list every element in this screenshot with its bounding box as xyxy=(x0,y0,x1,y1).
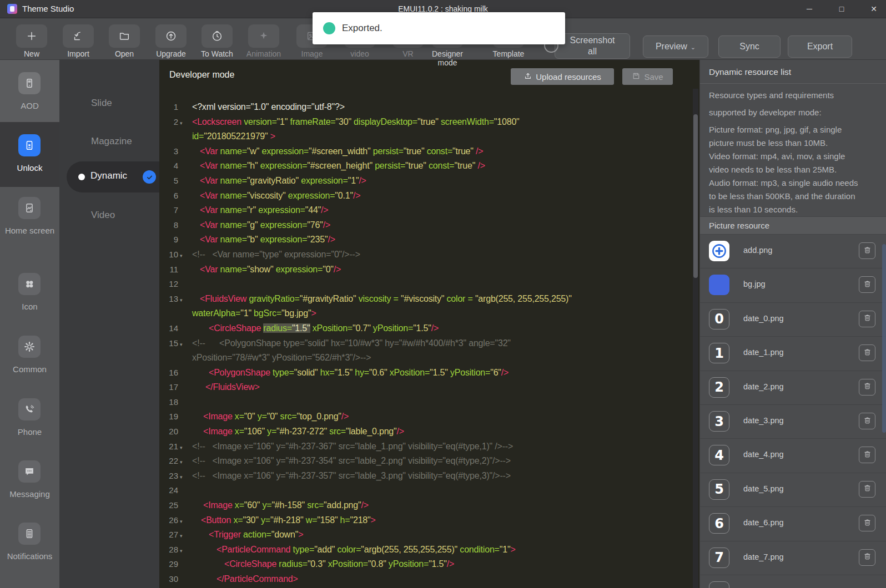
code-line-13[interactable]: 13▾<FluidsView gravityRatio="#gravityRat… xyxy=(159,294,693,309)
delete-button[interactable] xyxy=(859,344,875,361)
code-line-4[interactable]: 4<Var name="h" expression="#screen_heigh… xyxy=(159,161,693,176)
developer-mode-panel: Developer mode Upload resources Save 1<?… xyxy=(159,60,699,588)
panel-scrollbar-thumb[interactable] xyxy=(882,244,886,433)
fold-arrow-icon[interactable]: ▾ xyxy=(180,445,189,450)
close-button[interactable]: ✕ xyxy=(869,4,878,13)
fold-arrow-icon[interactable]: ▾ xyxy=(180,342,189,347)
picture-resource-header: Picture resource xyxy=(700,216,886,235)
upload-resources-button[interactable]: Upload resources xyxy=(511,68,614,85)
delete-button[interactable] xyxy=(859,276,875,293)
info-line: video needs to be less than 25MB. xyxy=(709,163,878,176)
code-line-21[interactable]: 21▾<!-- <Image x="106" y="#h-237-367" sr… xyxy=(159,442,693,457)
toolbar-item-upgrade[interactable]: Upgrade xyxy=(147,18,195,59)
delete-button[interactable] xyxy=(859,311,875,327)
sync-button[interactable]: Sync xyxy=(718,36,781,58)
resource-row-date-0-png[interactable]: 0date_0.png xyxy=(700,302,886,337)
code-line-26[interactable]: 26▾<Button x="30" y="#h-218" w="158" h="… xyxy=(159,515,693,530)
code-line-29[interactable]: 29<CircleShape radius="0.3" xPosition="0… xyxy=(159,559,693,574)
maximize-button[interactable]: □ xyxy=(837,4,846,13)
delete-button[interactable] xyxy=(859,481,875,498)
resource-row-date-2-png[interactable]: 2date_2.png xyxy=(700,371,886,405)
code-line-24[interactable]: 24 xyxy=(159,485,693,500)
code-line-22[interactable]: 22▾<!-- <Image x="106" y="#h-237-354" sr… xyxy=(159,456,693,471)
delete-button[interactable] xyxy=(859,515,875,531)
code-line-wrap[interactable]: id="201805221979" > xyxy=(159,131,693,146)
code-line-wrap[interactable]: xPosition="78/#w*3" yPosition="562/#h*3"… xyxy=(159,353,693,368)
resource-row-date-1-png[interactable]: 1date_1.png xyxy=(700,336,886,371)
code-line-9[interactable]: 9<Var name="b" expression="235"/> xyxy=(159,235,693,250)
fold-arrow-icon[interactable]: ▾ xyxy=(180,297,189,303)
save-button[interactable]: Save xyxy=(622,68,673,85)
code-line-10[interactable]: 10▾<!-- <Var name="type" expression="0"/… xyxy=(159,250,693,265)
code-text: <FluidsView gravityRatio="#gravityRatio"… xyxy=(189,294,572,304)
submenu-item-video[interactable]: Video xyxy=(91,210,159,223)
code-line-23[interactable]: 23▾<!-- <Image x="106" y="#h-237-357" sr… xyxy=(159,471,693,486)
toolbar-item-new[interactable]: New xyxy=(7,18,56,59)
code-line-wrap[interactable]: waterAlpha="1" bgSrc="bg.jpg"> xyxy=(159,308,693,323)
code-line-20[interactable]: 20<Image x="106" y="#h-237-272" src="lab… xyxy=(159,427,693,442)
resource-row-date-7-png[interactable]: 7date_7.png xyxy=(700,541,886,575)
resource-row-add-png[interactable]: add.png xyxy=(700,234,886,268)
preview-button[interactable]: Preview⌄ xyxy=(643,36,708,58)
delete-button[interactable] xyxy=(859,447,875,463)
code-line-6[interactable]: 6<Var name="viscosity" expression="0.1"/… xyxy=(159,191,693,206)
resource-row-date-5-png[interactable]: 5date_5.png xyxy=(700,473,886,507)
code-text: <!-- <Image x="106" y="#h-237-357" src="… xyxy=(189,471,511,481)
resource-row-date-6-png[interactable]: 6date_6.png xyxy=(700,506,886,541)
code-line-28[interactable]: 28▾<ParticleCommand type="add" color="ar… xyxy=(159,545,693,560)
export-button[interactable]: Export xyxy=(788,36,852,58)
submenu-item-magazine[interactable]: Magazine xyxy=(91,136,159,149)
resource-row-date-4-png[interactable]: 4date_4.png xyxy=(700,438,886,473)
delete-button[interactable] xyxy=(859,242,875,259)
code-line-19[interactable]: 19<Image x="0" y="0" src="top_0.png"/> xyxy=(159,412,693,427)
code-line-15[interactable]: 15▾<!-- <PolygonShape type="solid" hx="1… xyxy=(159,338,693,353)
toolbar-item-to-watch[interactable]: To Watch xyxy=(193,18,241,59)
delete-button[interactable] xyxy=(859,413,875,429)
code-line-11[interactable]: 11<Var name="show" expression="0"/> xyxy=(159,265,693,280)
code-line-8[interactable]: 8<Var name="g" expression="76"/> xyxy=(159,220,693,235)
fold-arrow-icon[interactable]: ▾ xyxy=(180,474,189,480)
fold-arrow-icon[interactable]: ▾ xyxy=(180,519,189,524)
editor-scrollbar-thumb[interactable] xyxy=(693,114,698,278)
code-line-12[interactable]: 12 xyxy=(159,279,693,294)
code-line-17[interactable]: 17</FluidsView> xyxy=(159,382,693,397)
code-line-16[interactable]: 16<PolygonShape type="solid" hx="1.5" hy… xyxy=(159,368,693,383)
code-line-1[interactable]: 1<?xml version="1.0" encoding="utf-8"?> xyxy=(159,102,693,117)
fold-arrow-icon[interactable]: ▾ xyxy=(180,533,189,539)
submenu-item-slide[interactable]: Slide xyxy=(91,98,159,111)
fold-arrow-icon[interactable]: ▾ xyxy=(180,459,189,465)
delete-button[interactable] xyxy=(859,549,875,566)
code-line-3[interactable]: 3<Var name="w" expression="#screen_width… xyxy=(159,146,693,161)
minimize-button[interactable]: ─ xyxy=(805,4,814,13)
category-sidebar: AODUnlockHome screenIconCommonPhoneMessa… xyxy=(0,60,59,588)
toast-message: Exported. xyxy=(342,23,382,34)
editor-scrollbar[interactable] xyxy=(693,89,698,588)
delete-button[interactable] xyxy=(859,379,875,396)
code-editor[interactable]: 1<?xml version="1.0" encoding="utf-8"?>2… xyxy=(159,89,693,588)
toolbar-item-import[interactable]: Import xyxy=(54,18,103,59)
code-line-7[interactable]: 7<Var name="r" expression="44"/> xyxy=(159,205,693,220)
screenshot-all-button[interactable]: Screenshot all xyxy=(555,33,630,59)
code-line-25[interactable]: 25<Image x="60" y="#h-158" src="add.png"… xyxy=(159,500,693,515)
toolbar-item-open[interactable]: Open xyxy=(100,18,149,59)
digit-thumbnail: 7 xyxy=(709,548,729,568)
watch-icon xyxy=(202,24,233,48)
code-line-5[interactable]: 5<Var name="gravityRatio" expression="1"… xyxy=(159,176,693,191)
code-line-27[interactable]: 27▾<Trigger action="down"> xyxy=(159,530,693,545)
panel-scrollbar[interactable] xyxy=(882,83,886,588)
folder-icon xyxy=(109,24,140,48)
submenu-item-dynamic[interactable]: Dynamic xyxy=(67,161,159,192)
fold-arrow-icon[interactable]: ▾ xyxy=(180,253,189,258)
resource-row-bg-jpg[interactable]: bg.jpg xyxy=(700,268,886,302)
code-line-14[interactable]: 14<CircleShape radius="1.5" xPosition="0… xyxy=(159,323,693,338)
resource-row-date-3-png[interactable]: 3date_3.png xyxy=(700,404,886,439)
toolbar-item-label: To Watch xyxy=(193,49,241,58)
code-line-18[interactable]: 18 xyxy=(159,397,693,412)
fold-arrow-icon[interactable]: ▾ xyxy=(180,548,189,554)
code-line-2[interactable]: 2▾<Lockscreen version="1" frameRate="30"… xyxy=(159,117,693,132)
code-line-30[interactable]: 30</ParticleCommand> xyxy=(159,574,693,588)
info-line: to be less than 500KB, and the duration xyxy=(709,190,878,203)
fold-arrow-icon[interactable]: ▾ xyxy=(180,120,189,126)
sidebar-item-label: Icon xyxy=(0,301,59,313)
sidebar-item-label: Phone xyxy=(0,426,59,438)
